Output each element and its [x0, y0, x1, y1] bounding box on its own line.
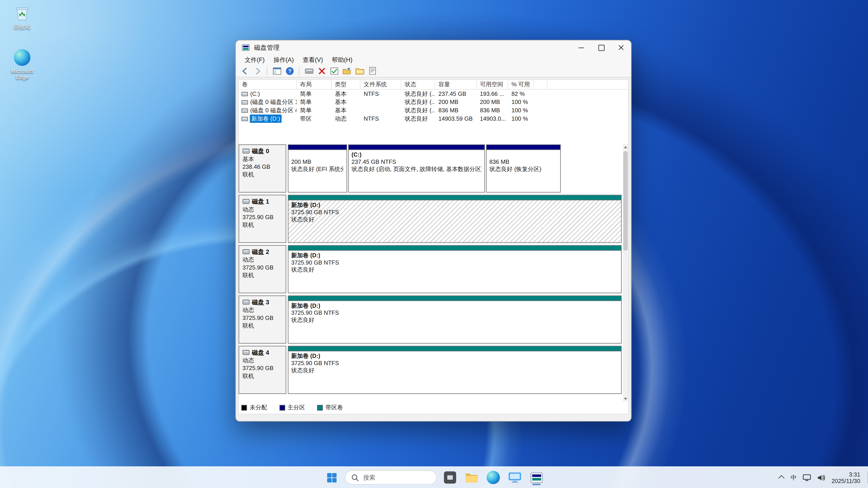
help-icon[interactable]: ?	[285, 66, 294, 75]
disk-panel[interactable]: 磁盘 3 动态 3725.90 GB 联机	[239, 295, 286, 344]
desktop-icon-edge[interactable]: Microsoft Edge	[4, 49, 40, 80]
menu-view[interactable]: 查看(V)	[298, 55, 327, 65]
edge-icon[interactable]	[485, 469, 501, 486]
selected-volume-label: 新加卷 (D:)	[250, 115, 281, 123]
legend-item-unallocated: 未分配	[241, 404, 267, 412]
properties-icon[interactable]	[368, 66, 377, 75]
screen: 回收站 Microsoft Edge 磁盘管理	[0, 0, 868, 488]
menu-action[interactable]: 操作(A)	[269, 55, 298, 65]
toolbar: ?	[236, 65, 631, 77]
disk-kind: 基本	[243, 155, 286, 163]
ime-indicator[interactable]: 中	[791, 473, 797, 482]
table-row-selected[interactable]: 新加卷 (D:) 带区 动态 NTFS 状态良好 14903.59 GB 149…	[239, 115, 628, 123]
partition-c[interactable]: (C:) 237.45 GB NTFS 状态良好 (启动, 页面文件, 故障转储…	[348, 144, 485, 193]
disk-panel[interactable]: 磁盘 2 动态 3725.90 GB 联机	[239, 245, 286, 293]
close-button[interactable]	[611, 40, 631, 55]
capacity-cell: 237.45 GB	[435, 90, 477, 98]
network-icon[interactable]	[803, 474, 811, 481]
chevron-up-icon[interactable]	[778, 475, 785, 482]
disk-icon	[243, 199, 250, 204]
desktop-icon-recycle-bin[interactable]: 回收站	[4, 4, 40, 30]
disk-kind: 动态	[243, 205, 286, 213]
forward-icon[interactable]	[253, 66, 262, 75]
explore-folder-icon[interactable]	[355, 66, 364, 75]
volume-d-striped[interactable]: 新加卷 (D:) 3725.90 GB NTFS 状态良好	[288, 295, 622, 344]
column-header-layout[interactable]: 布局	[297, 80, 332, 89]
capacity-cell: 200 MB	[435, 98, 477, 106]
table-row[interactable]: (磁盘 0 磁盘分区 1) 简单 基本 状态良好 (... 200 MB 200…	[239, 98, 628, 106]
column-header-pct[interactable]: % 可用	[508, 80, 534, 89]
disk-icon	[241, 91, 248, 96]
window-title: 磁盘管理	[254, 43, 280, 52]
column-header-capacity[interactable]: 容量	[435, 80, 477, 89]
delete-volume-icon[interactable]	[317, 66, 326, 75]
disk-panel[interactable]: 磁盘 4 动态 3725.90 GB 联机	[239, 346, 286, 394]
open-folder-icon[interactable]	[343, 66, 351, 75]
type-cell: 基本	[332, 106, 360, 115]
disk-size: 3725.90 GB	[243, 364, 286, 372]
column-header-status[interactable]: 状态	[401, 80, 435, 89]
partition-color-bar	[487, 145, 560, 150]
vertical-scrollbar[interactable]	[623, 144, 628, 402]
legend-item-striped: 带区卷	[317, 404, 343, 412]
menu-file[interactable]: 文件(F)	[240, 55, 269, 65]
search-icon	[351, 474, 359, 481]
clock[interactable]: 3:31 2025/11/30	[832, 470, 860, 484]
back-icon[interactable]	[240, 66, 249, 75]
free-cell: 200 MB	[477, 98, 508, 106]
taskbar: 搜索	[0, 466, 868, 488]
disk-size: 3725.90 GB	[243, 314, 286, 322]
volume-list-header: 卷 布局 类型 文件系统 状态 容量 可用空间 % 可用	[239, 80, 628, 90]
volume-icon[interactable]	[817, 474, 826, 481]
legend-swatch	[279, 405, 285, 411]
menu-help[interactable]: 帮助(H)	[327, 55, 357, 65]
disk-size: 3725.90 GB	[243, 263, 286, 271]
toolbar-separator	[267, 67, 267, 75]
legend-swatch	[317, 405, 322, 411]
status-cell: 状态良好 (...	[401, 106, 435, 115]
partition-color-bar	[288, 246, 621, 251]
disk-icon	[243, 299, 250, 305]
fs-cell: NTFS	[360, 115, 401, 123]
start-button[interactable]	[323, 469, 340, 486]
mark-partition-icon[interactable]	[330, 66, 339, 75]
partition-recovery[interactable]: 836 MB 状态良好 (恢复分区)	[486, 144, 561, 193]
disk-block-1: 磁盘 1 动态 3725.90 GB 联机 新加卷 (D:) 3725.90 G…	[239, 195, 622, 243]
system-tray: 中 3:31 2025/11/30	[780, 467, 866, 488]
table-row[interactable]: (C:) 简单 基本 NTFS 状态良好 (... 237.45 GB 193.…	[239, 90, 628, 98]
capacity-cell: 836 MB	[435, 106, 477, 115]
minimize-button[interactable]	[571, 40, 591, 55]
column-header-volume[interactable]: 卷	[239, 80, 297, 89]
table-row[interactable]: (磁盘 0 磁盘分区 4) 简单 基本 状态良好 (... 836 MB 836…	[239, 106, 628, 115]
pct-cell: 100 %	[508, 115, 534, 123]
disk-kind: 动态	[243, 356, 286, 364]
disk-management-icon[interactable]	[528, 469, 545, 486]
column-header-fs[interactable]: 文件系统	[360, 80, 401, 89]
splitter[interactable]	[239, 140, 628, 144]
column-header-blank	[534, 80, 548, 89]
titlebar[interactable]: 磁盘管理	[236, 40, 631, 55]
volume-d-striped[interactable]: 新加卷 (D:) 3725.90 GB NTFS 状态良好	[288, 245, 622, 293]
console-tree-icon[interactable]	[272, 66, 281, 75]
type-cell: 基本	[332, 98, 360, 106]
search-input[interactable]: 搜索	[345, 470, 437, 485]
pinned-app-icon[interactable]	[442, 469, 458, 486]
scroll-up-icon[interactable]	[623, 144, 628, 150]
computer-icon[interactable]	[506, 469, 523, 486]
partition-color-bar	[288, 195, 621, 200]
partition-efi[interactable]: 200 MB 状态良好 (EFI 系统分区)	[288, 144, 347, 193]
scrollbar-thumb[interactable]	[623, 151, 628, 251]
menubar: 文件(F) 操作(A) 查看(V) 帮助(H)	[236, 55, 631, 65]
disk-panel[interactable]: 磁盘 1 动态 3725.90 GB 联机	[239, 195, 286, 243]
volume-d-striped[interactable]: 新加卷 (D:) 3725.90 GB NTFS 状态良好	[288, 195, 622, 243]
volume-d-striped[interactable]: 新加卷 (D:) 3725.90 GB NTFS 状态良好	[288, 346, 622, 394]
file-explorer-icon[interactable]	[463, 469, 480, 486]
disk-panel[interactable]: 磁盘 0 基本 238.46 GB 联机	[239, 144, 286, 193]
scroll-down-icon[interactable]	[623, 396, 628, 402]
column-header-free[interactable]: 可用空间	[477, 80, 508, 89]
maximize-button[interactable]	[591, 40, 611, 55]
column-header-type[interactable]: 类型	[332, 80, 360, 89]
disk-view-icon[interactable]	[305, 66, 313, 75]
graphical-view: 磁盘 0 基本 238.46 GB 联机 200 MB 状态良好 (EFI	[239, 144, 628, 402]
disk-kind: 动态	[243, 306, 286, 314]
